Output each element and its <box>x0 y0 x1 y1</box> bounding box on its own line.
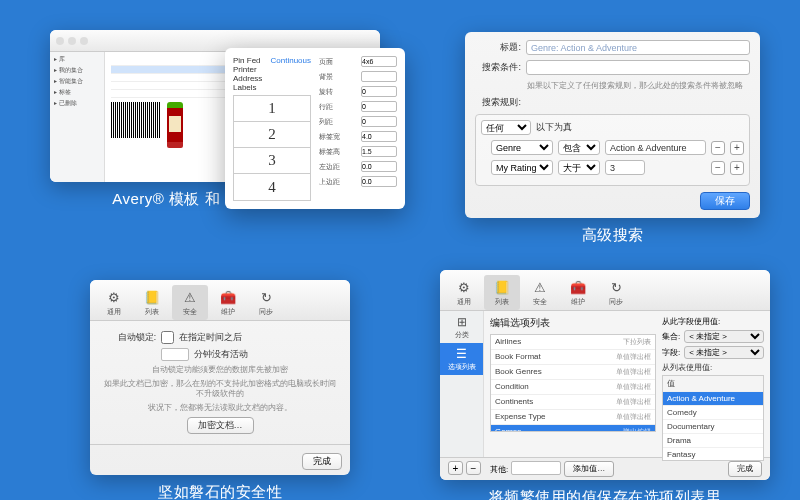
option-list-fields[interactable]: Airlines下拉列表Book Format单值弹出框Book Genres单… <box>490 334 656 432</box>
rule-value-field[interactable]: Action & Adventure <box>605 140 706 155</box>
field-name: Expense Type <box>495 412 546 422</box>
tab-icon: 📒 <box>493 278 511 296</box>
search-conditions-field[interactable] <box>526 60 750 75</box>
field-row[interactable]: Airlines下拉列表 <box>491 335 655 350</box>
field-name: Continents <box>495 397 533 407</box>
field-name: Genres <box>495 427 521 432</box>
prop-input[interactable] <box>361 86 397 97</box>
prefs-tab-列表[interactable]: 📒列表 <box>134 285 170 320</box>
value-row[interactable]: Comedy <box>663 406 763 420</box>
prefs-tab-列表[interactable]: 📒列表 <box>484 275 520 310</box>
tab-label: 列表 <box>495 297 509 307</box>
tab-icon: 📒 <box>143 288 161 306</box>
barcode-preview <box>111 102 161 138</box>
field-row[interactable]: Condition单值弹出框 <box>491 380 655 395</box>
subnav-选项列表[interactable]: ☰选项列表 <box>440 343 483 375</box>
match-suffix: 以下为真 <box>536 121 572 134</box>
remove-rule-button[interactable]: − <box>711 141 725 155</box>
prop-label: 列距 <box>319 117 333 127</box>
encrypt-hint: 状况下，您都将无法读取此文档的内容。 <box>102 403 338 413</box>
subnav-分类[interactable]: ⊞分类 <box>440 311 483 343</box>
rule-field-select[interactable]: My Rating <box>491 160 553 175</box>
add-rule-button[interactable]: + <box>730 161 744 175</box>
remove-rule-button[interactable]: − <box>711 161 725 175</box>
tab-icon: ↻ <box>607 278 625 296</box>
done-button[interactable]: 完成 <box>302 453 342 470</box>
collection-label: 集合: <box>662 331 680 342</box>
tab-icon: 🧰 <box>569 278 587 296</box>
field-type: 弹出按钮 <box>623 427 651 432</box>
field-type: 单值弹出框 <box>616 382 651 392</box>
add-button[interactable]: + <box>448 461 463 475</box>
prop-input[interactable] <box>361 161 397 172</box>
value-row[interactable]: Documentary <box>663 420 763 434</box>
rule-op-select[interactable]: 大于 <box>558 160 600 175</box>
field-select[interactable]: < 未指定 > <box>684 346 764 359</box>
prefs-tab-维护[interactable]: 🧰维护 <box>560 275 596 310</box>
add-rule-button[interactable]: + <box>730 141 744 155</box>
tab-label: 维护 <box>221 307 235 317</box>
prefs-tab-维护[interactable]: 🧰维护 <box>210 285 246 320</box>
other-field[interactable] <box>511 461 561 475</box>
caption: 坚如磐石的安全性 <box>90 483 350 500</box>
prefs-tab-同步[interactable]: ↻同步 <box>598 275 634 310</box>
value-row[interactable]: Fantasy <box>663 448 763 462</box>
advanced-search-panel: 标题: Genre: Action & Adventure 搜索条件: 如果以下… <box>465 32 760 218</box>
field-row[interactable]: Genres弹出按钮 <box>491 425 655 432</box>
tab-label: 安全 <box>183 307 197 317</box>
prop-input[interactable] <box>361 131 397 142</box>
prefs-tab-安全[interactable]: ⚠安全 <box>172 285 208 320</box>
prop-input[interactable] <box>361 116 397 127</box>
prop-input[interactable] <box>361 56 397 67</box>
conditions-hint: 如果以下定义了任何搜索规则，那么此处的搜索条件将被忽略 <box>527 80 750 91</box>
values-header: 值 <box>663 376 763 392</box>
sidebar: ▸ 库▸ 我的集合▸ 智能集合▸ 标签▸ 已删除 <box>50 52 105 182</box>
value-row[interactable]: Action & Adventure <box>663 392 763 406</box>
nav-icon: ☰ <box>456 347 467 361</box>
tab-label: 同步 <box>259 307 273 317</box>
prefs-tab-通用[interactable]: ⚙通用 <box>446 275 482 310</box>
encrypt-document-button[interactable]: 加密文档… <box>187 417 254 434</box>
rule-field-select[interactable]: Genre <box>491 140 553 155</box>
field-row[interactable]: Book Format单值弹出框 <box>491 350 655 365</box>
prefs-tab-安全[interactable]: ⚠安全 <box>522 275 558 310</box>
prop-input[interactable] <box>361 101 397 112</box>
done-button[interactable]: 完成 <box>728 461 762 477</box>
prop-input[interactable] <box>361 146 397 157</box>
prop-input[interactable] <box>361 176 397 187</box>
search-title-field[interactable]: Genre: Action & Adventure <box>526 40 750 55</box>
prefs-subnav: ⊞分类☰选项列表 <box>440 311 484 457</box>
autolock-checkbox[interactable] <box>161 331 174 344</box>
save-button[interactable]: 保存 <box>700 192 750 210</box>
prefs-tabbar: ⚙通用📒列表⚠安全🧰维护↻同步 <box>90 280 350 321</box>
field-type: 单值弹出框 <box>616 352 651 362</box>
item-image <box>167 102 183 148</box>
prefs-tab-通用[interactable]: ⚙通用 <box>96 285 132 320</box>
value-row[interactable]: Drama <box>663 434 763 448</box>
tab-label: 安全 <box>533 297 547 307</box>
add-value-button[interactable]: 添加值… <box>564 461 614 477</box>
prefs-tab-同步[interactable]: ↻同步 <box>248 285 284 320</box>
autolock-after-label: 在指定时间之后 <box>179 332 242 344</box>
autolock-minutes-field[interactable] <box>161 348 189 361</box>
popover-mode[interactable]: Continuous <box>271 56 311 92</box>
rule-value-field[interactable]: 3 <box>605 160 645 175</box>
conditions-label: 搜索条件: <box>475 61 521 74</box>
field-row[interactable]: Continents单值弹出框 <box>491 395 655 410</box>
match-scope-select[interactable]: 任何 <box>481 120 531 135</box>
rule-op-select[interactable]: 包含 <box>558 140 600 155</box>
prop-label: 左边距 <box>319 162 340 172</box>
caption: 高级搜索 <box>465 226 760 245</box>
tab-label: 同步 <box>609 297 623 307</box>
field-row[interactable]: Expense Type单值弹出框 <box>491 410 655 425</box>
avery-template-popover: Pin Fed Printer Address Labels Continuou… <box>225 48 405 209</box>
option-list-preferences-window: ⚙通用📒列表⚠安全🧰维护↻同步 ⊞分类☰选项列表 编辑选项列表 Airlines… <box>440 270 770 480</box>
encrypt-hint: 如果此文档已加密，那么在别的不支持此加密格式的电脑或长时间不升级软件的 <box>102 379 338 399</box>
field-type: 下拉列表 <box>623 337 651 347</box>
remove-button[interactable]: − <box>466 461 481 475</box>
prop-label: 上边距 <box>319 177 340 187</box>
collection-select[interactable]: < 未指定 > <box>684 330 764 343</box>
field-row[interactable]: Book Genres单值弹出框 <box>491 365 655 380</box>
option-values-list[interactable]: 值 Action & AdventureComedyDocumentaryDra… <box>662 375 764 461</box>
prop-input[interactable] <box>361 71 397 82</box>
